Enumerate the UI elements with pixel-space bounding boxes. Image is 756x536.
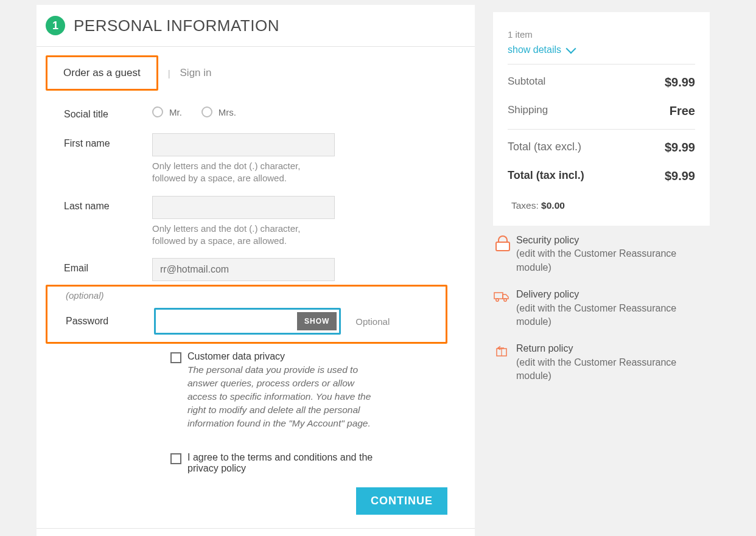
- radio-mr[interactable]: Mr.: [152, 106, 182, 117]
- first-name-label: First name: [46, 133, 152, 149]
- last-name-input[interactable]: [152, 196, 335, 219]
- total-excl-value: $9.99: [665, 141, 695, 155]
- step-2-header: 2 ADDRESSES: [37, 528, 475, 536]
- subtotal-value: $9.99: [665, 75, 695, 89]
- social-title-radio-group: Mr. Mrs.: [152, 104, 466, 117]
- last-name-row: Last name Only letters and the dot (.) c…: [46, 192, 466, 251]
- first-name-hint: Only letters and the dot (.) character, …: [152, 160, 335, 185]
- delivery-policy: Delivery policy (edit with the Customer …: [493, 288, 710, 329]
- terms-checkbox[interactable]: [170, 453, 181, 464]
- privacy-checkbox-label: Customer data privacy: [187, 351, 383, 362]
- shipping-value: Free: [670, 104, 695, 118]
- return-icon: [493, 342, 510, 359]
- return-policy: Return policy (edit with the Customer Re…: [493, 342, 710, 383]
- password-input[interactable]: [156, 310, 295, 333]
- social-title-row: Social title Mr. Mrs.: [46, 100, 466, 124]
- first-name-input[interactable]: [152, 133, 335, 156]
- svg-point-2: [504, 299, 506, 301]
- shipping-label: Shipping: [508, 104, 548, 118]
- return-policy-desc: (edit with the Customer Reassurance modu…: [516, 357, 676, 381]
- taxes-value: $0.00: [541, 200, 565, 211]
- total-excl-label: Total (tax excl.): [508, 141, 581, 155]
- security-policy-title: Security policy: [516, 235, 579, 245]
- privacy-checkbox[interactable]: [170, 352, 181, 363]
- security-policy-desc: (edit with the Customer Reassurance modu…: [516, 248, 676, 272]
- privacy-desc: The personal data you provide is used to…: [187, 363, 383, 430]
- total-incl-value: $9.99: [665, 169, 695, 183]
- show-details-label: show details: [508, 44, 561, 55]
- subtotal-row: Subtotal $9.99: [508, 68, 695, 97]
- taxes-label: Taxes:: [511, 200, 541, 211]
- email-label: Email: [46, 258, 152, 274]
- order-summary-panel: 1 item show details Subtotal $9.99 Shipp…: [493, 12, 710, 226]
- radio-mrs[interactable]: Mrs.: [201, 106, 236, 117]
- password-highlight-block: (optional) Password SHOW Optional: [46, 285, 447, 344]
- terms-checkbox-label: I agree to the terms and conditions and …: [187, 452, 383, 474]
- security-policy: Security policy (edit with the Customer …: [493, 234, 710, 274]
- privacy-checkbox-row: Customer data privacy The personal data …: [170, 347, 383, 434]
- continue-button[interactable]: CONTINUE: [356, 487, 447, 515]
- truck-icon: [493, 288, 510, 305]
- show-details-toggle[interactable]: show details: [508, 44, 695, 55]
- tab-sign-in[interactable]: Sign in: [180, 67, 212, 79]
- step-1-title: PERSONAL INFORMATION: [74, 16, 279, 35]
- last-name-hint: Only letters and the dot (.) character, …: [152, 223, 335, 248]
- terms-checkbox-row: I agree to the terms and conditions and …: [170, 448, 383, 478]
- tab-order-as-guest[interactable]: Order as a guest: [46, 55, 158, 91]
- first-name-row: First name Only letters and the dot (.) …: [46, 130, 466, 189]
- password-label: Password: [47, 316, 154, 327]
- social-title-label: Social title: [46, 104, 152, 120]
- delivery-policy-desc: (edit with the Customer Reassurance modu…: [516, 303, 676, 327]
- shipping-row: Shipping Free: [508, 97, 695, 125]
- step-1-header: 1 PERSONAL INFORMATION: [37, 16, 475, 47]
- reassurance-block: Security policy (edit with the Customer …: [493, 234, 710, 397]
- divider: [508, 129, 695, 130]
- total-incl-label: Total (tax incl.): [508, 169, 584, 183]
- password-optional-text: Optional: [355, 316, 390, 327]
- auth-tabs: Order as a guest | Sign in: [37, 55, 475, 91]
- optional-label: (optional): [47, 287, 438, 301]
- show-password-button[interactable]: SHOW: [297, 312, 337, 330]
- item-count: 1 item: [508, 29, 695, 40]
- radio-icon: [201, 106, 212, 117]
- delivery-policy-title: Delivery policy: [516, 289, 579, 299]
- svg-point-1: [496, 299, 499, 301]
- total-incl-row: Total (tax incl.) $9.99: [508, 162, 695, 190]
- tab-divider: |: [168, 68, 170, 78]
- last-name-label: Last name: [46, 196, 152, 212]
- radio-icon: [152, 106, 163, 117]
- lock-icon: [493, 234, 510, 251]
- radio-mrs-label: Mrs.: [219, 107, 236, 117]
- personal-info-form: Social title Mr. Mrs. First: [37, 100, 475, 478]
- radio-mr-label: Mr.: [169, 107, 182, 117]
- checkout-form-panel: 1 PERSONAL INFORMATION Order as a guest …: [37, 5, 475, 536]
- divider: [508, 64, 695, 64]
- svg-rect-0: [494, 293, 503, 299]
- total-excl-row: Total (tax excl.) $9.99: [508, 133, 695, 162]
- subtotal-label: Subtotal: [508, 75, 545, 89]
- password-input-wrap: SHOW: [154, 308, 341, 335]
- step-1-number: 1: [46, 16, 65, 35]
- password-row: Password SHOW Optional: [47, 301, 438, 335]
- email-input[interactable]: [152, 258, 335, 281]
- email-row: Email: [46, 254, 466, 285]
- return-policy-title: Return policy: [516, 343, 573, 353]
- taxes-row: Taxes: $0.00: [508, 190, 695, 211]
- chevron-down-icon: [566, 44, 576, 54]
